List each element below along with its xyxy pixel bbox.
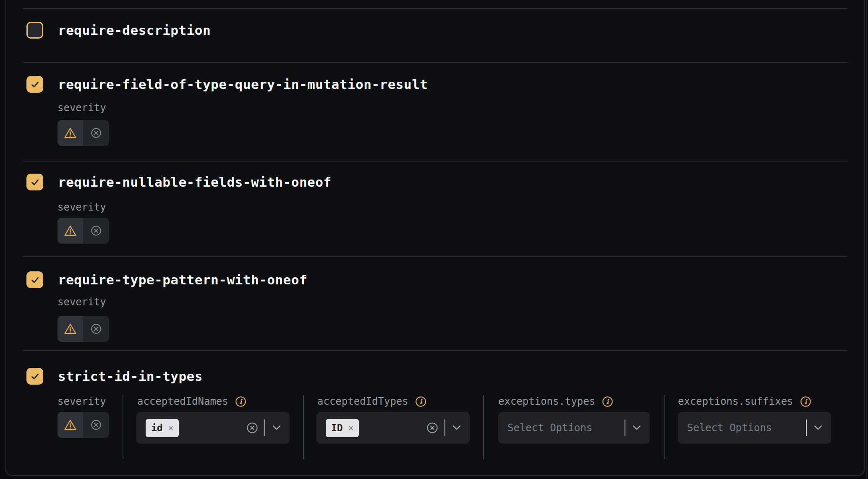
row-divider xyxy=(23,62,847,63)
option-label-acceptedIdTypes: acceptedIdTypes i xyxy=(317,395,426,408)
chip-remove-icon[interactable]: ✕ xyxy=(168,424,174,432)
option-label-exceptions-types: exceptions.types i xyxy=(498,395,613,408)
chevron-down-icon[interactable] xyxy=(813,425,823,431)
rule-name: require-description xyxy=(58,22,211,39)
chevron-down-icon[interactable] xyxy=(452,425,461,431)
severity-label: severity xyxy=(58,201,106,213)
info-icon[interactable]: i xyxy=(602,396,613,407)
svg-text:i: i xyxy=(607,398,610,406)
chip-id: id ✕ xyxy=(146,419,179,437)
severity-error-button[interactable] xyxy=(83,316,109,342)
circle-x-icon xyxy=(90,419,102,431)
row-divider xyxy=(23,8,847,9)
severity-toggle xyxy=(58,316,109,342)
chip-ID: ID ✕ xyxy=(326,419,359,437)
svg-text:i: i xyxy=(239,398,243,406)
circle-x-icon xyxy=(90,127,102,139)
rule-name: require-nullable-fields-with-oneof xyxy=(58,174,332,190)
rules-config-panel: require-description require-field-of-typ… xyxy=(0,0,868,479)
chip-text: id xyxy=(151,422,163,433)
clear-selection-icon[interactable] xyxy=(246,422,259,434)
warning-triangle-icon xyxy=(64,225,77,237)
option-label-acceptedIdNames: acceptedIdNames i xyxy=(137,395,246,408)
checkmark-icon xyxy=(29,274,41,286)
option-label-text: acceptedIdTypes xyxy=(317,396,408,407)
multiselect-exceptions-suffixes[interactable]: Select Options xyxy=(678,412,831,444)
severity-toggle xyxy=(58,120,109,146)
checkmark-icon xyxy=(29,177,41,188)
row-divider xyxy=(23,161,847,161)
circle-x-icon xyxy=(90,225,102,237)
column-divider xyxy=(664,395,665,459)
select-divider xyxy=(444,419,445,436)
right-edge-divider xyxy=(866,0,867,479)
svg-text:i: i xyxy=(804,398,808,406)
info-icon[interactable]: i xyxy=(800,396,811,407)
severity-toggle xyxy=(58,412,109,438)
warning-triangle-icon xyxy=(64,419,77,431)
multiselect-exceptions-types[interactable]: Select Options xyxy=(498,412,650,444)
multiselect-acceptedIdTypes[interactable]: ID ✕ xyxy=(316,412,470,444)
select-divider xyxy=(806,419,807,436)
rule-checkbox-require-type-pattern-with-oneof[interactable] xyxy=(26,271,43,288)
option-label-text: exceptions.suffixes xyxy=(678,396,793,407)
column-divider xyxy=(123,395,123,459)
chip-text: ID xyxy=(331,422,343,433)
column-divider xyxy=(483,395,484,459)
checkmark-icon xyxy=(29,371,41,382)
rule-checkbox-require-field-of-type-query-in-mutation-result[interactable] xyxy=(26,76,43,93)
checkmark-icon xyxy=(29,79,41,90)
severity-error-button[interactable] xyxy=(83,218,109,244)
select-placeholder: Select Options xyxy=(507,422,592,434)
severity-label: severity xyxy=(58,395,106,408)
chevron-down-icon[interactable] xyxy=(632,425,641,431)
info-icon[interactable]: i xyxy=(415,396,426,407)
select-placeholder: Select Options xyxy=(687,422,772,434)
severity-toggle xyxy=(58,218,109,244)
rule-name: strict-id-in-types xyxy=(58,368,203,385)
severity-warn-button[interactable] xyxy=(58,218,83,244)
chip-remove-icon[interactable]: ✕ xyxy=(348,424,354,432)
severity-label: severity xyxy=(58,102,106,114)
clear-selection-icon[interactable] xyxy=(426,422,439,434)
select-divider xyxy=(625,419,625,436)
option-label-text: acceptedIdNames xyxy=(137,396,228,407)
rule-name: require-field-of-type-query-in-mutation-… xyxy=(58,76,428,93)
column-divider xyxy=(303,395,304,459)
chevron-down-icon[interactable] xyxy=(272,425,281,431)
severity-label: severity xyxy=(58,296,106,308)
severity-warn-button[interactable] xyxy=(58,316,83,342)
svg-text:i: i xyxy=(419,398,423,406)
warning-triangle-icon xyxy=(64,127,77,139)
row-divider xyxy=(23,350,847,351)
severity-error-button[interactable] xyxy=(83,120,109,146)
info-icon[interactable]: i xyxy=(235,396,246,407)
rule-checkbox-require-description[interactable] xyxy=(26,22,43,39)
option-label-exceptions-suffixes: exceptions.suffixes i xyxy=(678,395,811,408)
severity-error-button[interactable] xyxy=(83,412,109,438)
option-label-text: exceptions.types xyxy=(498,396,595,407)
circle-x-icon xyxy=(90,323,102,335)
multiselect-acceptedIdNames[interactable]: id ✕ xyxy=(136,412,290,444)
rule-checkbox-strict-id-in-types[interactable] xyxy=(26,368,43,385)
rule-checkbox-require-nullable-fields-with-oneof[interactable] xyxy=(26,174,43,190)
severity-warn-button[interactable] xyxy=(58,120,83,146)
severity-warn-button[interactable] xyxy=(58,412,83,438)
select-divider xyxy=(264,419,265,436)
rule-name: require-type-pattern-with-oneof xyxy=(58,271,307,288)
warning-triangle-icon xyxy=(64,323,77,335)
row-divider xyxy=(23,256,847,257)
